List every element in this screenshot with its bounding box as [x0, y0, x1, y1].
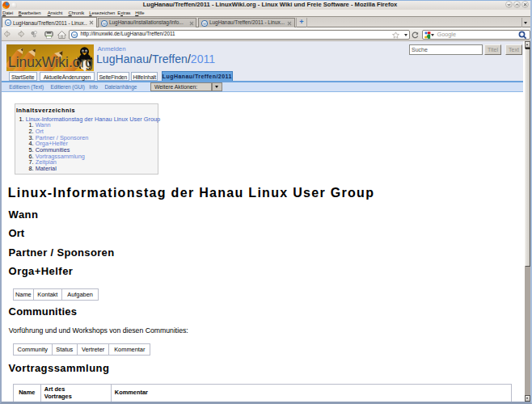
svg-text:M: M: [6, 21, 10, 25]
svg-text:M: M: [103, 21, 106, 25]
svg-text:M: M: [73, 33, 76, 37]
svg-text:LinuxWiki.org: LinuxWiki.org: [8, 54, 93, 70]
svg-text:M: M: [203, 21, 206, 25]
